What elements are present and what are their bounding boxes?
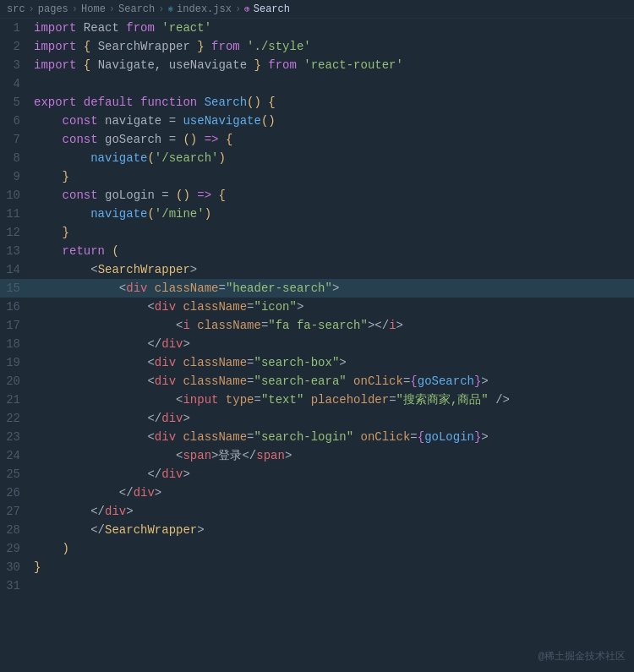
token-tag: div bbox=[105, 505, 126, 518]
token-paren: ( bbox=[147, 151, 154, 165]
token-equal: = bbox=[161, 188, 168, 202]
token-plain bbox=[34, 542, 63, 555]
line-content: </div> bbox=[34, 484, 634, 502]
token-attr: onClick bbox=[353, 374, 403, 388]
token-plain: = bbox=[218, 281, 225, 295]
token-paren: () bbox=[261, 114, 276, 128]
token-plain bbox=[353, 430, 360, 444]
token-plain bbox=[34, 319, 176, 332]
breadcrumb-search-folder[interactable]: Search bbox=[118, 3, 155, 15]
code-line: 27 </div> bbox=[0, 502, 634, 521]
token-plain bbox=[155, 21, 161, 35]
token-str: 'react-router' bbox=[303, 58, 403, 72]
code-line: 11 navigate('/mine') bbox=[0, 205, 634, 223]
token-kw: from bbox=[268, 58, 297, 72]
token-paren: ( bbox=[147, 207, 154, 221]
code-line: 26 </div> bbox=[0, 484, 634, 502]
code-line: 24 <span>登录</span> bbox=[0, 446, 634, 465]
code-line: 30} bbox=[0, 558, 634, 576]
token-plain: = bbox=[389, 393, 396, 407]
token-attr-val: "text" bbox=[261, 393, 303, 407]
code-line: 5export default function Search() { bbox=[0, 93, 634, 112]
token-fn: Search bbox=[205, 96, 247, 109]
token-attr-val: "icon" bbox=[254, 300, 296, 314]
line-content: </div> bbox=[34, 409, 634, 428]
token-plain: = bbox=[410, 430, 417, 444]
token-attr-val: "search-login" bbox=[254, 430, 353, 444]
breadcrumb-fn[interactable]: Search bbox=[254, 3, 290, 15]
token-plain bbox=[34, 133, 63, 146]
token-kw: from bbox=[211, 40, 240, 53]
line-number: 16 bbox=[0, 298, 34, 316]
line-content: navigate('/mine') bbox=[34, 205, 634, 223]
token-plain: > bbox=[126, 505, 133, 518]
line-number: 2 bbox=[0, 37, 34, 56]
token-attr: className bbox=[183, 374, 247, 388]
token-plain: </ bbox=[119, 486, 134, 500]
breadcrumb-file[interactable]: index.jsx bbox=[177, 3, 232, 15]
token-str: './style' bbox=[247, 40, 311, 53]
token-plain: SearchWrapper bbox=[90, 40, 197, 53]
line-number: 17 bbox=[0, 316, 34, 335]
token-jsx-expr: { bbox=[410, 374, 417, 388]
breadcrumb-src[interactable]: src bbox=[7, 3, 25, 15]
token-plain: > bbox=[481, 374, 488, 388]
line-number: 4 bbox=[0, 74, 34, 93]
token-tag: span bbox=[183, 449, 211, 462]
token-kw: export bbox=[34, 96, 76, 109]
breadcrumb-fn-icon: ⊕ bbox=[244, 3, 250, 14]
line-number: 25 bbox=[0, 465, 34, 484]
code-line: 25 </div> bbox=[0, 465, 634, 484]
token-attr: type bbox=[226, 393, 254, 407]
token-tag: div bbox=[155, 430, 176, 444]
token-brace: } bbox=[197, 40, 204, 53]
line-content: const navigate = useNavigate() bbox=[34, 112, 634, 130]
breadcrumb-pages[interactable]: pages bbox=[38, 3, 68, 15]
line-content: <div className="icon"> bbox=[34, 298, 634, 316]
token-plain bbox=[190, 319, 197, 332]
code-line: 1import React from 'react' bbox=[0, 19, 634, 37]
token-plain: > bbox=[197, 523, 204, 537]
token-attr: className bbox=[183, 356, 247, 369]
token-plain bbox=[76, 40, 83, 53]
token-plain: > bbox=[285, 449, 292, 462]
token-fn: goLogin bbox=[424, 430, 474, 444]
line-content: <div className="search-login" onClick={g… bbox=[34, 428, 634, 446]
line-content: <input type="text" placeholder="搜索商家,商品"… bbox=[34, 391, 634, 409]
line-content: navigate('/search') bbox=[34, 149, 634, 167]
line-content: const goSearch = () => { bbox=[34, 130, 634, 149]
token-tag: div bbox=[155, 356, 176, 369]
token-plain bbox=[34, 170, 63, 183]
code-line: 16 <div className="icon"> bbox=[0, 298, 634, 316]
line-number: 12 bbox=[0, 223, 34, 242]
line-number: 5 bbox=[0, 93, 34, 112]
token-plain bbox=[34, 356, 147, 369]
token-str: 'react' bbox=[161, 21, 211, 35]
breadcrumb-home[interactable]: Home bbox=[81, 3, 106, 15]
token-plain bbox=[34, 430, 147, 444]
line-content: <i className="fa fa-search"></i> bbox=[34, 316, 634, 335]
code-line: 2import { SearchWrapper } from './style' bbox=[0, 37, 634, 56]
token-kw: return bbox=[63, 244, 105, 258]
code-line: 20 <div className="search-eara" onClick=… bbox=[0, 372, 634, 391]
breadcrumb-sep-4: › bbox=[158, 3, 164, 15]
token-plain: </ bbox=[147, 467, 161, 481]
code-line: 4 bbox=[0, 74, 634, 93]
code-line: 21 <input type="text" placeholder="搜索商家,… bbox=[0, 391, 634, 409]
token-paren: ( bbox=[112, 244, 118, 258]
line-content: </div> bbox=[34, 335, 634, 353]
token-plain bbox=[218, 393, 225, 407]
line-content: return ( bbox=[34, 242, 634, 260]
token-kw: function bbox=[140, 96, 197, 109]
line-content: import { SearchWrapper } from './style' bbox=[34, 37, 634, 56]
token-str: '/mine' bbox=[155, 207, 205, 221]
token-arrow: => bbox=[205, 133, 219, 146]
token-plain bbox=[34, 393, 176, 407]
line-content: <div className="search-eara" onClick={go… bbox=[34, 372, 634, 391]
token-tag: div bbox=[155, 300, 176, 314]
token-brace: } bbox=[63, 226, 69, 239]
line-content: } bbox=[34, 167, 634, 186]
code-line: 14 <SearchWrapper> bbox=[0, 260, 634, 279]
token-plain: > bbox=[190, 263, 197, 276]
line-content: } bbox=[34, 223, 634, 242]
